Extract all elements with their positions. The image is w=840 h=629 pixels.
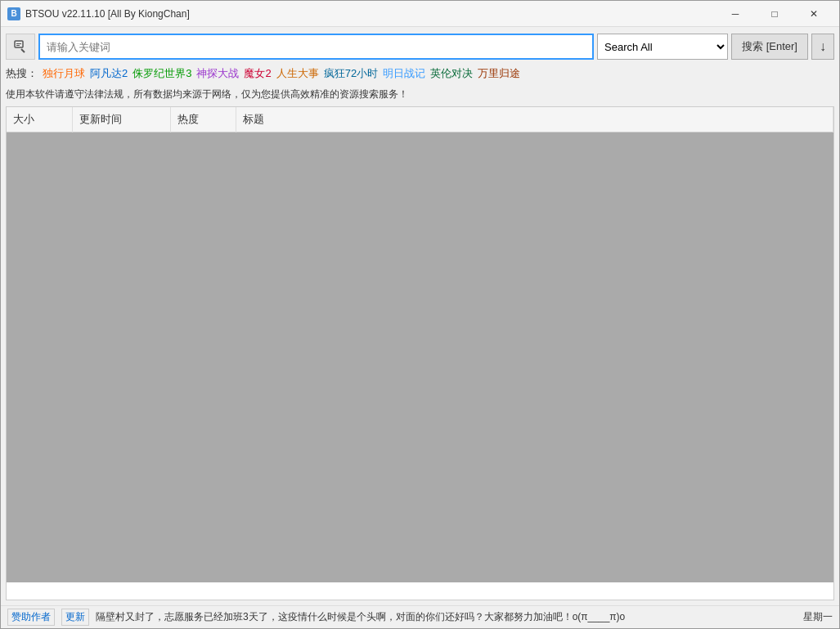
hot-item-7[interactable]: 明日战记 [383,66,425,81]
title-bar: B BTSOU v22.11.10 [All By KiongChan] ─ □… [1,1,839,27]
sort-button[interactable]: ↓ [811,34,834,60]
notice-text: 使用本软件请遵守法律法规，所有数据均来源于网络，仅为您提供高效精准的资源搜索服务… [6,86,834,103]
category-select[interactable]: Search All 视频 音乐 软件 游戏 图片 [597,34,728,60]
svg-line-3 [21,49,25,52]
svg-rect-1 [16,43,21,44]
maximize-button[interactable]: □ [756,2,793,25]
hot-item-6[interactable]: 疯狂72小时 [324,66,378,81]
hot-item-5[interactable]: 人生大事 [276,66,319,81]
close-button[interactable]: ✕ [795,2,833,25]
search-icon-button[interactable] [6,34,35,60]
search-button[interactable]: 搜索 [Enter] [731,34,808,60]
hot-item-1[interactable]: 阿凡达2 [90,66,128,81]
minimize-button[interactable]: ─ [716,2,754,25]
col-header-time: 更新时间 [72,107,170,133]
status-bar: 赞助作者 更新 隔壁村又封了，志愿服务已经加班3天了，这疫情什么时候是个头啊，对… [1,605,839,628]
status-day: 星期一 [803,610,833,624]
main-window: B BTSOU v22.11.10 [All By KiongChan] ─ □… [0,0,840,629]
hot-item-0[interactable]: 独行月球 [43,66,85,81]
results-table: 大小 更新时间 热度 标题 [7,107,833,133]
search-bar: Search All 视频 音乐 软件 游戏 图片 搜索 [Enter] ↓ [6,32,834,61]
col-header-heat: 热度 [170,107,236,133]
hot-search-bar: 热搜： 独行月球 阿凡达2 侏罗纪世界3 神探大战 魔女2 人生大事 疯狂72小… [6,65,834,83]
hot-item-4[interactable]: 魔女2 [244,66,271,81]
results-table-container: 大小 更新时间 热度 标题 [6,106,834,600]
update-link[interactable]: 更新 [61,609,89,626]
content-area: Search All 视频 音乐 软件 游戏 图片 搜索 [Enter] ↓ 热… [1,27,839,605]
hot-item-8[interactable]: 英伦对决 [430,66,473,81]
svg-rect-2 [16,45,20,46]
sponsor-link[interactable]: 赞助作者 [7,609,55,626]
status-message: 隔壁村又封了，志愿服务已经加班3天了，这疫情什么时候是个头啊，对面的你们还好吗？… [96,610,797,624]
search-icon [13,39,28,54]
hot-search-label: 热搜： [6,66,38,81]
app-icon: B [7,7,20,20]
col-header-title: 标题 [236,107,833,133]
hot-item-2[interactable]: 侏罗纪世界3 [133,66,191,81]
window-title: BTSOU v22.11.10 [All By KiongChan] [25,8,716,20]
window-controls: ─ □ ✕ [716,2,833,25]
table-header: 大小 更新时间 热度 标题 [7,107,833,133]
hot-item-3[interactable]: 神探大战 [196,66,239,81]
empty-results-area [7,133,833,582]
hot-item-9[interactable]: 万里归途 [478,66,520,81]
search-input[interactable] [38,34,594,60]
col-header-size: 大小 [7,107,72,133]
